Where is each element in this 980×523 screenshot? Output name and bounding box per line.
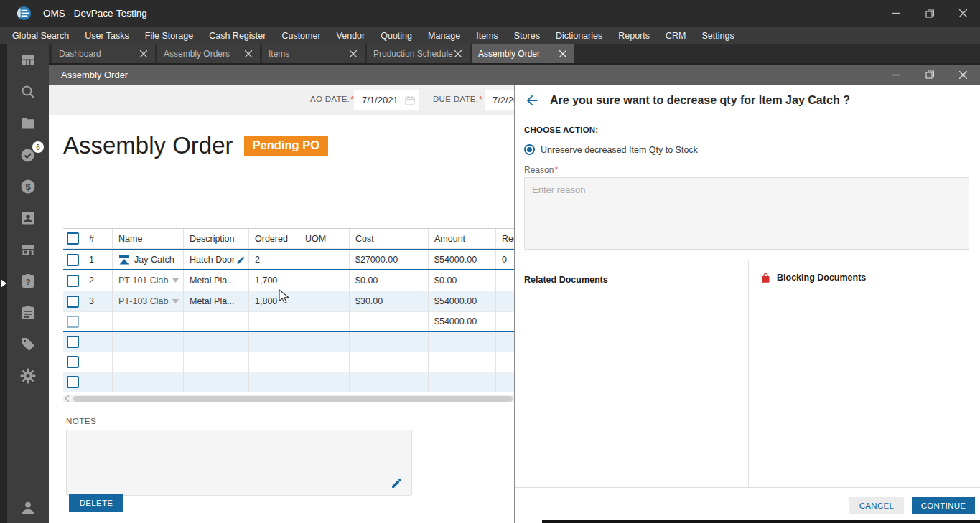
grid-horizontal-scrollbar[interactable] (63, 395, 514, 402)
cell-cost[interactable]: $30.00 (350, 291, 429, 311)
minimize-button[interactable] (879, 65, 913, 85)
radio-selected-icon[interactable] (524, 144, 535, 155)
cell-uom[interactable] (299, 250, 350, 269)
cell-name[interactable]: Jay Catch (113, 250, 184, 269)
menu-global-search[interactable]: Global Search (4, 27, 77, 44)
tab-close-button[interactable] (348, 49, 358, 59)
action-radio-option[interactable]: Unreserve decreased Item Qty to Stock (524, 144, 698, 155)
menu-reports[interactable]: Reports (610, 27, 658, 44)
row-checkbox[interactable] (67, 376, 79, 388)
continue-button[interactable]: CONTINUE (912, 497, 975, 514)
tab-assembly-orders[interactable]: Assembly Orders (157, 44, 260, 63)
minimize-button[interactable] (879, 0, 913, 27)
sidebar-expand-arrow-icon[interactable] (1, 279, 6, 288)
header-ordered[interactable]: Ordered (249, 229, 299, 248)
menu-crm[interactable]: CRM (658, 27, 694, 44)
menu-user-tasks[interactable]: User Tasks (77, 27, 137, 44)
sidebar-item-search[interactable] (19, 83, 37, 100)
header-uom[interactable]: UOM (299, 229, 350, 248)
cell-description[interactable]: Metal Pla... (184, 270, 249, 291)
table-empty-row[interactable] (63, 332, 514, 352)
document-tabbar: Dashboard Assembly Orders Items Producti… (49, 44, 980, 63)
scroll-left-arrow-icon[interactable] (65, 395, 70, 402)
select-all-checkbox[interactable] (67, 232, 79, 245)
sidebar-item-files[interactable] (19, 115, 37, 132)
notes-textarea[interactable] (67, 430, 411, 495)
sidebar-item-stores[interactable] (19, 241, 37, 258)
header-description[interactable]: Description (184, 229, 249, 248)
edit-pencil-icon[interactable] (391, 477, 403, 489)
row-checkbox[interactable] (67, 275, 79, 287)
header-cost[interactable]: Cost (350, 229, 429, 248)
menu-vendor[interactable]: Vendor (329, 27, 373, 44)
menu-manage[interactable]: Manage (420, 27, 468, 44)
row-checkbox[interactable] (67, 336, 79, 348)
sidebar-item-contacts[interactable] (19, 209, 37, 227)
tab-close-button[interactable] (558, 49, 568, 59)
scrollbar-thumb[interactable] (73, 396, 513, 402)
row-checkbox[interactable] (67, 254, 79, 266)
header-name[interactable]: Name (113, 229, 184, 248)
tab-items[interactable]: Items (262, 44, 365, 63)
cell-cost[interactable]: $0.00 (350, 270, 429, 291)
sidebar-item-dashboard[interactable] (19, 52, 37, 69)
row-checkbox[interactable] (67, 356, 79, 368)
cell-name[interactable]: PT-101 Clab (113, 270, 184, 291)
menu-settings[interactable]: Settings (694, 27, 742, 44)
documents-section: Related Documents Blocking Documents (515, 260, 980, 488)
menu-customer[interactable]: Customer (274, 27, 328, 44)
sidebar-item-user[interactable] (7, 499, 49, 517)
sidebar-item-orders[interactable] (19, 304, 37, 321)
edit-pencil-icon[interactable] (236, 255, 246, 265)
delete-button[interactable]: DELETE (69, 494, 123, 512)
table-row[interactable]: 1 Jay Catch Hatch Door 2 $27000.00 $5400… (63, 249, 514, 270)
close-button[interactable] (946, 65, 980, 85)
sidebar-item-tasks[interactable]: 6 (19, 146, 37, 164)
menu-file-storage[interactable]: File Storage (137, 27, 201, 44)
calendar-icon[interactable] (405, 95, 415, 105)
cell-description[interactable]: Hatch Door (184, 250, 249, 269)
menu-dictionaries[interactable]: Dictionaries (548, 27, 610, 44)
tab-close-button[interactable] (453, 49, 463, 59)
menu-stores[interactable]: Stores (506, 27, 548, 44)
row-checkbox[interactable] (67, 296, 79, 308)
sidebar-item-settings[interactable] (19, 367, 37, 385)
chevron-down-icon[interactable] (172, 278, 179, 283)
sidebar-item-inquiries[interactable]: ? (19, 273, 37, 290)
header-num[interactable]: # (83, 229, 113, 248)
table-empty-row[interactable] (63, 352, 514, 372)
chevron-down-icon[interactable] (172, 299, 179, 303)
page-heading-row: Assembly Order Pending PO (63, 132, 328, 159)
back-arrow-icon[interactable] (524, 93, 540, 108)
header-amount[interactable]: Amount (429, 229, 496, 248)
cell-uom[interactable] (299, 291, 350, 311)
menu-quoting[interactable]: Quoting (373, 27, 420, 44)
restore-button[interactable] (913, 0, 946, 27)
table-row[interactable]: 3 PT-103 Clab Metal Pla... 1,800 $30.00 … (63, 291, 514, 312)
restore-button[interactable] (913, 65, 946, 85)
cell-cost[interactable]: $27000.00 (350, 250, 429, 269)
tab-dashboard[interactable]: Dashboard (52, 44, 155, 63)
row-checkbox[interactable] (67, 316, 79, 328)
cell-ordered[interactable]: 1,800 (249, 291, 299, 311)
reason-textarea[interactable] (525, 178, 969, 249)
cell-ordered[interactable]: 2 (249, 250, 299, 269)
tab-production-schedule[interactable]: Production Schedule (367, 44, 470, 63)
cell-description[interactable]: Metal Pla... (184, 291, 249, 311)
table-row[interactable]: 2 PT-101 Clab Metal Pla... 1,700 $0.00 $… (63, 270, 514, 291)
menu-items[interactable]: Items (468, 27, 506, 44)
cancel-button[interactable]: CANCEL (849, 497, 904, 514)
sidebar-item-tags[interactable] (19, 336, 37, 353)
sidebar-item-finance[interactable]: $ (19, 178, 37, 195)
total-amount: $54000.00 (429, 312, 496, 331)
table-empty-row[interactable] (63, 372, 514, 392)
tab-close-button[interactable] (243, 49, 253, 59)
menu-cash-register[interactable]: Cash Register (201, 27, 274, 44)
cell-ordered[interactable]: 1,700 (249, 270, 299, 291)
tab-close-button[interactable] (139, 49, 149, 59)
header-received[interactable]: Rec (496, 229, 514, 248)
cell-uom[interactable] (299, 270, 350, 291)
cell-name[interactable]: PT-103 Clab (113, 291, 184, 311)
tab-assembly-order[interactable]: Assembly Order (472, 44, 574, 63)
close-button[interactable] (946, 0, 980, 27)
